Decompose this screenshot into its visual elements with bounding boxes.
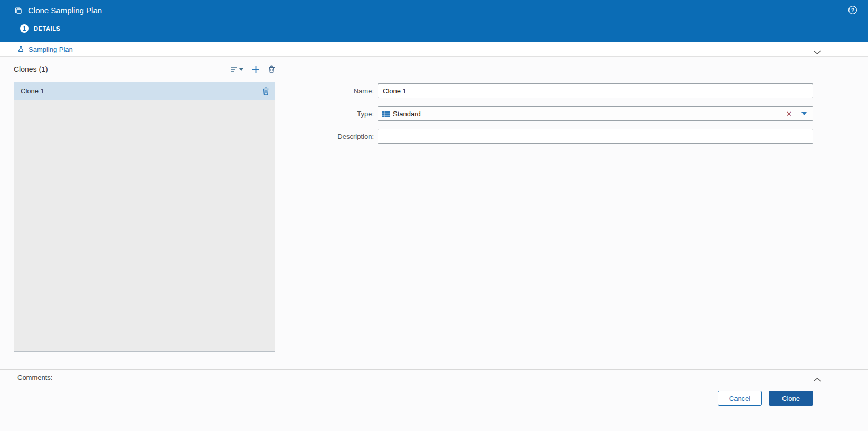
step-number-badge: 1 <box>20 24 29 33</box>
type-selected-value: Standard <box>393 110 421 118</box>
sampling-plan-bar: Sampling Plan <box>0 42 868 57</box>
sampling-plan-icon <box>17 45 24 53</box>
name-label: Name: <box>0 87 378 95</box>
description-label: Description: <box>0 133 378 140</box>
clones-panel-title: Clones (1) <box>14 65 48 73</box>
wizard-steps: 1 DETAILS <box>0 21 868 36</box>
chevron-up-icon[interactable] <box>813 376 822 383</box>
clone-sampling-plan-dialog: Clone Sampling Plan ? 1 DETAILS Sampling… <box>0 0 868 431</box>
clones-panel-header: Clones (1) <box>14 65 275 73</box>
svg-text:?: ? <box>851 7 854 13</box>
help-icon[interactable]: ? <box>848 5 857 15</box>
dialog-header: Clone Sampling Plan ? 1 DETAILS <box>0 0 868 42</box>
sampling-plan-link[interactable]: Sampling Plan <box>29 45 73 53</box>
dropdown-arrow-icon[interactable] <box>801 112 807 115</box>
chevron-down-icon[interactable] <box>813 48 822 57</box>
delete-clone-icon[interactable] <box>268 65 275 73</box>
description-input[interactable] <box>378 129 813 144</box>
filter-icon[interactable] <box>230 66 243 72</box>
type-list-icon <box>382 110 390 117</box>
clone-details-form: Name: Type: <box>0 83 813 152</box>
type-row: Type: Standard ✕ <box>0 106 813 121</box>
header-title-row: Clone Sampling Plan ? <box>0 0 868 20</box>
clone-button[interactable]: Clone <box>769 391 813 406</box>
clones-toolbar <box>230 65 275 73</box>
type-dropdown[interactable]: Standard ✕ <box>378 106 813 121</box>
name-row: Name: <box>0 83 813 98</box>
clone-copy-icon <box>14 6 23 15</box>
add-clone-icon[interactable] <box>252 65 260 73</box>
clear-type-icon[interactable]: ✕ <box>786 110 792 117</box>
dialog-title: Clone Sampling Plan <box>28 6 102 15</box>
type-label: Type: <box>0 110 378 118</box>
cancel-button[interactable]: Cancel <box>718 391 762 406</box>
comments-label: Comments: <box>17 373 52 381</box>
name-input[interactable] <box>378 83 813 98</box>
step-label-details[interactable]: DETAILS <box>34 25 60 32</box>
description-row: Description: <box>0 129 813 144</box>
dialog-footer: Cancel Clone <box>718 391 813 406</box>
comments-section: Comments: <box>0 369 868 385</box>
